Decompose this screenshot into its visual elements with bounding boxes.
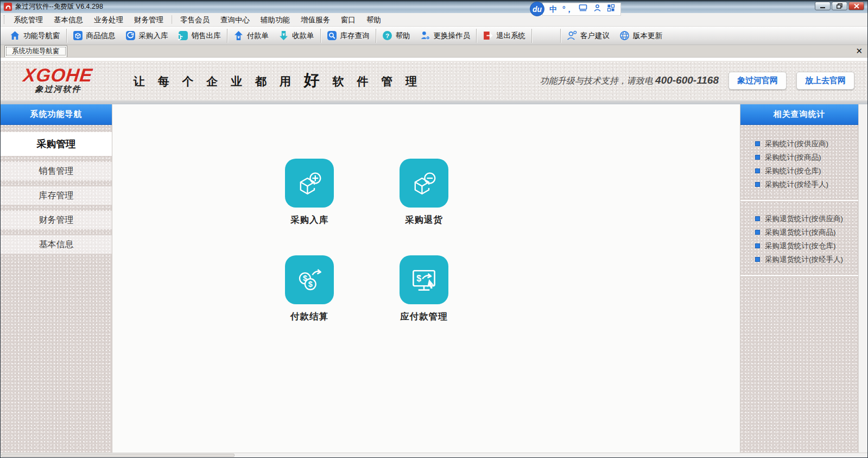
toolbar-button-6[interactable]: 库存查询 — [322, 28, 375, 43]
stat-link-0-2[interactable]: 采购统计(按仓库) — [740, 164, 858, 178]
menu-item-5[interactable]: 查询中心 — [215, 13, 255, 26]
content-area: 系统功能导航 采购管理销售管理库存管理财务管理基本信息 采购入库采购退货$$付款… — [1, 104, 867, 453]
update-icon — [619, 30, 630, 41]
bullet-icon — [755, 182, 760, 187]
restore-button[interactable] — [832, 2, 847, 10]
menu-item-6[interactable]: 辅助功能 — [255, 13, 295, 26]
banner-slogan: 让 每 个 企 业 都 用 好 软 件 管 理 — [134, 70, 422, 91]
function-tile-3[interactable]: $应付款管理 — [391, 255, 457, 323]
window-title: 象过河软件--免费版 V6.4.298 — [15, 2, 103, 11]
suggestion-icon — [567, 30, 577, 41]
brand-logo-subtext: 象过河软件 — [23, 84, 93, 95]
ime-punct-toggle[interactable]: °， — [562, 3, 573, 16]
menu-item-3[interactable]: 财务管理 — [129, 13, 169, 26]
svg-text:¥: ¥ — [237, 35, 240, 40]
sidebar-item-3[interactable]: 财务管理 — [1, 211, 112, 229]
purchase-in-icon — [125, 30, 136, 41]
toolbar-button-2[interactable]: 采购入库 — [121, 28, 173, 43]
bullet-icon — [755, 168, 760, 173]
tab-close-icon[interactable]: ✕ — [856, 46, 863, 56]
close-button[interactable] — [848, 2, 864, 10]
home-icon — [10, 30, 20, 41]
toolbar-button-4[interactable]: ¥付款单 — [229, 28, 274, 43]
ime-keyboard-icon[interactable] — [579, 3, 588, 16]
bullet-icon — [755, 230, 760, 235]
inventory-query-icon — [327, 30, 337, 41]
stat-link-1-0[interactable]: 采购退货统计(按供应商) — [740, 212, 858, 225]
toolbar-separator — [476, 29, 477, 43]
stat-link-1-3[interactable]: 采购退货统计(按经手人) — [740, 253, 858, 266]
stat-link-0-3[interactable]: 采购统计(按经手人) — [740, 178, 858, 191]
stat-link-label: 采购统计(按商品) — [765, 153, 821, 162]
ime-lang-toggle[interactable]: 中 — [549, 3, 557, 16]
stat-link-0-0[interactable]: 采购统计(按供应商) — [740, 137, 858, 150]
menu-item-8[interactable]: 窗口 — [335, 13, 361, 26]
stat-link-0-1[interactable]: 采购统计(按商品) — [740, 150, 858, 164]
ime-toolbar: du 中 °， — [530, 2, 621, 16]
title-bar: 象过河软件--免费版 V6.4.298 du 中 °， — [1, 1, 867, 13]
ime-user-icon[interactable] — [593, 3, 601, 16]
box-minus-icon[interactable] — [400, 159, 448, 208]
app-window: 象过河软件--免费版 V6.4.298 du 中 °， 系统管理基本信息业务处理… — [0, 0, 868, 458]
tab-row: 系统功能导航窗 ✕ — [1, 45, 867, 58]
sidebar-item-4[interactable]: 基本信息 — [1, 235, 112, 254]
svg-text:$: $ — [308, 280, 313, 288]
coins-arrow-icon[interactable]: $$ — [285, 255, 334, 304]
menu-item-7[interactable]: 增值服务 — [295, 13, 335, 26]
toolbar-button-7[interactable]: ?帮助 — [377, 28, 415, 43]
tab-system-nav[interactable]: 系统功能导航窗 — [4, 45, 67, 57]
bullet-icon — [755, 155, 760, 160]
function-tile-0[interactable]: 采购入库 — [277, 159, 342, 226]
left-sidebar: 系统功能导航 采购管理销售管理库存管理财务管理基本信息 — [1, 104, 112, 453]
toolbar-button-11[interactable]: 版本更新 — [614, 28, 667, 43]
toolbar-button-label: 客户建议 — [580, 31, 610, 41]
minimize-button[interactable] — [815, 2, 831, 10]
sidebar-item-0-active[interactable]: 采购管理 — [1, 132, 112, 156]
sidebar-item-2[interactable]: 库存管理 — [1, 186, 112, 205]
toolbar: 功能导航窗商品信息采购入库销售出库¥付款单¥收款单库存查询?帮助更换操作员退出系… — [1, 27, 867, 45]
stat-link-label: 采购统计(按供应商) — [765, 139, 828, 149]
menu-item-4[interactable]: 零售会员 — [175, 13, 215, 26]
sidebar-item-1[interactable]: 销售管理 — [1, 162, 112, 180]
brand-logo: XGOHE 象过河软件 — [23, 67, 93, 95]
ime-grid-icon[interactable] — [607, 3, 615, 16]
stat-link-label: 采购统计(按经手人) — [765, 180, 828, 190]
payment-icon: ¥ — [233, 30, 244, 41]
toolbar-button-9[interactable]: 退出系统 — [478, 28, 530, 43]
vertical-scrollbar[interactable] — [858, 104, 867, 453]
menu-item-0[interactable]: 系统管理 — [8, 13, 48, 26]
tile-label: 付款结算 — [277, 311, 342, 323]
bullet-icon — [755, 216, 760, 221]
brand-logo-text: XGOHE — [22, 67, 93, 83]
toolbar-button-3[interactable]: 销售出库 — [173, 28, 226, 43]
toolbar-button-8[interactable]: 更换操作员 — [415, 28, 476, 43]
horizontal-scrollbar[interactable] — [1, 453, 867, 457]
menu-bar: 系统管理基本信息业务处理财务管理零售会员查询中心辅助功能增值服务窗口帮助 — [1, 13, 867, 27]
toolbar-button-label: 销售出库 — [192, 31, 221, 41]
menu-item-2[interactable]: 业务处理 — [88, 13, 129, 26]
exit-icon — [483, 30, 493, 41]
left-sidebar-header: 系统功能导航 — [1, 104, 112, 125]
fangshangqu-site-button[interactable]: 放上去官网 — [796, 72, 854, 90]
ime-logo-icon[interactable]: du — [530, 2, 544, 16]
function-tile-1[interactable]: 采购退货 — [391, 159, 457, 226]
function-tile-2[interactable]: $$付款结算 — [277, 255, 342, 323]
official-site-button[interactable]: 象过河官网 — [728, 72, 787, 90]
box-plus-icon[interactable] — [285, 159, 334, 208]
monitor-dollar-icon[interactable]: $ — [400, 255, 448, 304]
menu-item-1[interactable]: 基本信息 — [48, 13, 88, 26]
app-logo-icon — [4, 3, 12, 11]
toolbar-button-label: 库存查询 — [340, 31, 370, 41]
stat-link-label: 采购退货统计(按经手人) — [765, 255, 843, 265]
horizontal-scrollbar-thumb[interactable] — [1, 454, 235, 457]
toolbar-separator — [320, 29, 321, 43]
toolbar-button-0[interactable]: 功能导航窗 — [5, 28, 65, 43]
toolbar-button-10[interactable]: 客户建议 — [562, 28, 614, 43]
stat-link-1-2[interactable]: 采购退货统计(按仓库) — [740, 239, 858, 253]
toolbar-button-5[interactable]: ¥收款单 — [274, 28, 319, 43]
stat-link-label: 采购退货统计(按供应商) — [765, 214, 843, 224]
stat-link-1-1[interactable]: 采购退货统计(按商品) — [740, 225, 858, 239]
menu-item-9[interactable]: 帮助 — [361, 13, 387, 26]
toolbar-button-1[interactable]: 商品信息 — [68, 28, 121, 43]
right-sidebar-header: 相关查询统计 — [740, 104, 858, 125]
